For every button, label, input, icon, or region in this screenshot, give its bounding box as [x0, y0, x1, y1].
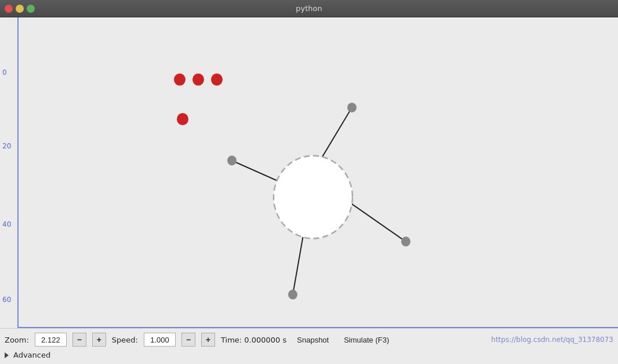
toolbar: Zoom: − + Speed: − + Time: 0.000000 s Sn…: [0, 328, 618, 364]
svg-point-9: [227, 156, 237, 166]
svg-point-11: [401, 236, 410, 246]
y-axis: 0 20 40 60: [0, 17, 17, 328]
simulation-canvas[interactable]: [17, 17, 618, 328]
simulate-button[interactable]: Simulate (F3): [339, 334, 394, 346]
time-label: Time: 0.000000 s: [221, 336, 286, 344]
zoom-decrease-button[interactable]: −: [72, 333, 86, 347]
svg-point-5: [174, 74, 186, 86]
speed-label: Speed:: [112, 336, 138, 344]
advanced-label: Advanced: [13, 351, 50, 359]
window-controls[interactable]: [5, 5, 35, 13]
maximize-button[interactable]: [27, 5, 35, 13]
svg-point-4: [274, 156, 352, 239]
minimize-button[interactable]: [16, 5, 24, 13]
main-area: 0 20 40 60: [0, 17, 618, 364]
y-label-60: 60: [2, 296, 11, 304]
toolbar-row1: Zoom: − + Speed: − + Time: 0.000000 s Sn…: [5, 331, 613, 348]
svg-point-8: [177, 113, 188, 125]
titlebar: python: [0, 0, 618, 17]
url-text: https://blog.csdn.net/qq_31378073: [491, 336, 613, 344]
svg-point-7: [211, 74, 223, 86]
y-label-0: 0: [2, 68, 7, 77]
toolbar-row2: Advanced: [5, 349, 613, 362]
close-button[interactable]: [5, 5, 13, 13]
plot-area[interactable]: 0 20 40 60: [0, 17, 618, 328]
speed-input[interactable]: [144, 333, 176, 347]
snapshot-button[interactable]: Snapshot: [292, 334, 333, 346]
svg-point-12: [288, 290, 297, 300]
zoom-input[interactable]: [35, 333, 67, 347]
svg-point-6: [192, 74, 204, 86]
zoom-increase-button[interactable]: +: [92, 333, 106, 347]
advanced-chevron-icon: [5, 352, 9, 358]
speed-increase-button[interactable]: +: [201, 333, 215, 347]
window-title: python: [39, 4, 579, 13]
zoom-label: Zoom:: [5, 336, 29, 344]
speed-decrease-button[interactable]: −: [181, 333, 195, 347]
y-label-40: 40: [2, 220, 11, 228]
y-label-20: 20: [2, 142, 11, 150]
svg-point-10: [347, 103, 357, 112]
